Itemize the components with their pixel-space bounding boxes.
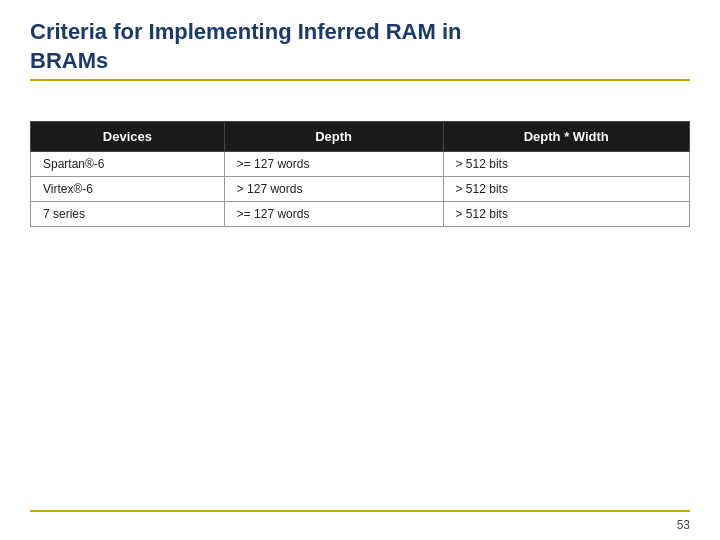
table-row: Spartan®-6>= 127 words> 512 bits (31, 152, 690, 177)
table-cell-2-0: 7 series (31, 202, 225, 227)
table-row: Virtex®-6> 127 words> 512 bits (31, 177, 690, 202)
title-underline (30, 79, 690, 81)
table-cell-2-1: >= 127 words (224, 202, 443, 227)
table-cell-0-2: > 512 bits (443, 152, 689, 177)
table-wrapper: Devices Depth Depth * Width Spartan®-6>=… (30, 121, 690, 227)
table-cell-0-0: Spartan®-6 (31, 152, 225, 177)
col-header-depth: Depth (224, 122, 443, 152)
col-header-devices: Devices (31, 122, 225, 152)
slide-title: Criteria for Implementing Inferred RAM i… (30, 18, 690, 75)
table-row: 7 series>= 127 words> 512 bits (31, 202, 690, 227)
col-header-depth-width: Depth * Width (443, 122, 689, 152)
table-header-row: Devices Depth Depth * Width (31, 122, 690, 152)
page-container: Criteria for Implementing Inferred RAM i… (0, 0, 720, 540)
bottom-line (30, 510, 690, 512)
table-cell-1-0: Virtex®-6 (31, 177, 225, 202)
criteria-table: Devices Depth Depth * Width Spartan®-6>=… (30, 121, 690, 227)
page-number: 53 (677, 518, 690, 532)
table-cell-1-2: > 512 bits (443, 177, 689, 202)
table-cell-1-1: > 127 words (224, 177, 443, 202)
table-cell-0-1: >= 127 words (224, 152, 443, 177)
table-cell-2-2: > 512 bits (443, 202, 689, 227)
